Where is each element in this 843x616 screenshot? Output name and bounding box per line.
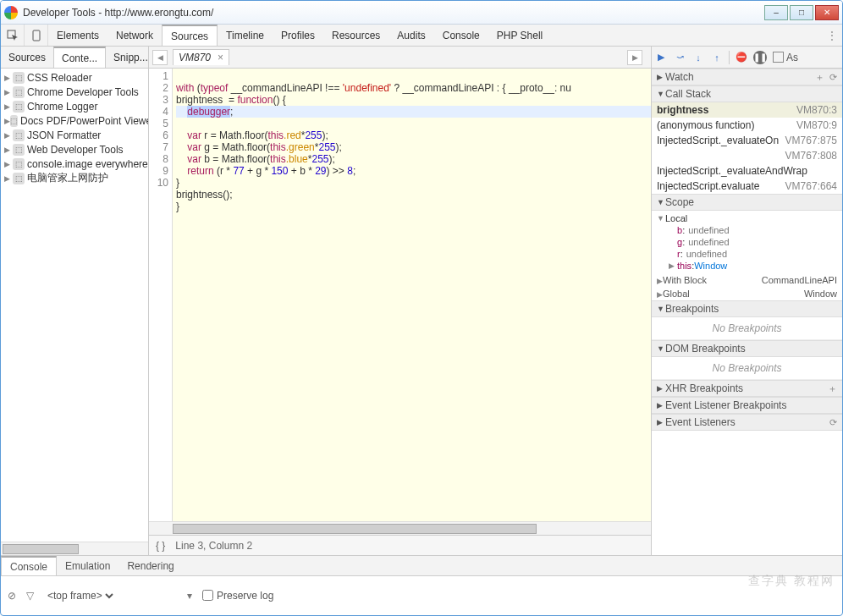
extension-icon: ⬚	[13, 101, 25, 113]
navigator-tab-0[interactable]: Sources	[1, 47, 53, 68]
toolbar-tab-resources[interactable]: Resources	[323, 25, 388, 46]
nav-forward-button[interactable]: ▶	[627, 50, 642, 65]
stack-frame[interactable]: InjectedScript._evaluateAndWrap	[652, 163, 842, 179]
inspect-icon[interactable]	[1, 25, 25, 46]
clear-console-icon[interactable]: ⊘	[8, 590, 16, 602]
async-label: As	[786, 52, 798, 63]
window-title: Developer Tools - http://www.erongtu.com…	[23, 7, 763, 19]
frame-name: InjectedScript._evaluateAndWrap	[657, 165, 807, 177]
pause-exceptions-button[interactable]: ❚❚	[753, 51, 767, 64]
deactivate-breakpoints-button[interactable]: ⛔	[732, 49, 751, 66]
file-tab[interactable]: VM870 ×	[173, 49, 229, 65]
scope-variable: r: undefined	[677, 248, 842, 260]
drawer-tabs: ConsoleEmulationRendering	[1, 556, 842, 576]
extension-label: Chrome Developer Tools	[27, 86, 139, 98]
window-maximize-button[interactable]: □	[790, 5, 813, 20]
scope-local: ▼Local b: undefinedg: undefinedr: undefi…	[652, 211, 842, 273]
step-out-button[interactable]: ↑	[708, 49, 726, 66]
frame-location: VM767:808	[785, 150, 837, 162]
navigator-scrollbar[interactable]	[1, 542, 148, 555]
add-xhr-icon: ＋	[828, 382, 837, 395]
scope-header[interactable]: ▼Scope	[652, 194, 842, 211]
toolbar-tab-sources[interactable]: Sources	[162, 25, 218, 46]
navigator-tab-1[interactable]: Conte...	[53, 47, 106, 68]
extension-item[interactable]: ▶⬚Web Developer Tools	[1, 142, 148, 157]
step-over-button[interactable]: ⤻	[670, 49, 689, 66]
extensions-tree: ▶⬚CSS Reloader▶⬚Chrome Developer Tools▶⬚…	[1, 69, 148, 542]
devtools-toolbar: ElementsNetworkSourcesTimelineProfilesRe…	[1, 25, 842, 47]
editor-scrollbar[interactable]	[149, 521, 651, 535]
preserve-log-checkbox[interactable]	[202, 590, 213, 601]
code-content: with (typeof __commandLineAPI !== 'undef…	[173, 69, 651, 521]
frame-location: VM767:875	[785, 135, 837, 146]
window-titlebar: Developer Tools - http://www.erongtu.com…	[1, 1, 842, 25]
navigator-tab-2[interactable]: Snipp...	[106, 47, 156, 68]
frame-location: VM870:3	[796, 104, 837, 116]
close-icon[interactable]: ×	[218, 52, 223, 63]
scope-with-block[interactable]: ▶With BlockCommandLineAPI	[652, 273, 842, 287]
async-checkbox[interactable]	[773, 52, 784, 63]
toolbar-tab-audits[interactable]: Audits	[388, 25, 433, 46]
extension-label: console.image everywhere	[27, 158, 148, 170]
drawer-tab-emulation[interactable]: Emulation	[57, 556, 118, 575]
event-listeners-header[interactable]: ▶Event Listeners⟳	[652, 414, 842, 431]
xhr-breakpoints-header[interactable]: ▶XHR Breakpoints＋	[652, 380, 842, 397]
dropdown-icon[interactable]: ▾	[187, 590, 192, 602]
extension-item[interactable]: ▶⬚Docs PDF/PowerPoint Viewer	[1, 113, 148, 128]
extension-item[interactable]: ▶⬚console.image everywhere	[1, 157, 148, 171]
stack-frame[interactable]: brightnessVM870:3	[652, 102, 842, 118]
window-minimize-button[interactable]: –	[764, 5, 788, 20]
toolbar-tab-php shell[interactable]: PHP Shell	[488, 25, 551, 46]
extension-icon: ⬚	[13, 86, 25, 98]
drawer-tab-rendering[interactable]: Rendering	[118, 556, 182, 575]
line-gutter: 12345678910	[149, 69, 173, 521]
cursor-position: Line 3, Column 2	[175, 540, 252, 552]
extension-icon: ⬚	[13, 72, 25, 84]
filter-icon[interactable]: ▽	[26, 590, 34, 602]
pretty-print-icon[interactable]: { }	[156, 540, 165, 552]
extension-item[interactable]: ▶⬚Chrome Developer Tools	[1, 85, 148, 99]
extension-item[interactable]: ▶⬚电脑管家上网防护	[1, 171, 148, 185]
stack-frame[interactable]: InjectedScript._evaluateOnVM767:875	[652, 133, 842, 148]
scope-global[interactable]: ▶GlobalWindow	[652, 287, 842, 300]
navigator-panel: SourcesConte...Snipp... ▶⬚CSS Reloader▶⬚…	[1, 47, 149, 555]
frame-name: InjectedScript.evaluate	[657, 180, 759, 192]
svg-rect-1	[33, 30, 40, 41]
drawer-panel: ConsoleEmulationRendering ⊘ ▽ <top frame…	[1, 555, 842, 614]
resume-button[interactable]: ▶	[652, 49, 670, 66]
extension-item[interactable]: ▶⬚Chrome Logger	[1, 99, 148, 113]
toolbar-tab-profiles[interactable]: Profiles	[273, 25, 323, 46]
toolbar-tab-timeline[interactable]: Timeline	[218, 25, 273, 46]
stack-frame[interactable]: InjectedScript.evaluateVM767:664	[652, 179, 842, 194]
device-mode-icon[interactable]	[25, 25, 48, 46]
drawer-tab-console[interactable]: Console	[1, 556, 57, 575]
stack-frame[interactable]: VM767:808	[652, 148, 842, 163]
nav-back-button[interactable]: ◀	[152, 50, 168, 65]
extension-label: Chrome Logger	[27, 101, 97, 113]
toolbar-tab-network[interactable]: Network	[107, 25, 162, 46]
extension-item[interactable]: ▶⬚JSON Formatter	[1, 128, 148, 142]
editor-panel: ◀ VM870 × ▶ 12345678910 with (typeof __c…	[149, 47, 652, 555]
more-menu-icon[interactable]: ⋮	[822, 25, 842, 46]
breakpoints-header[interactable]: ▼Breakpoints	[652, 300, 842, 317]
dom-breakpoints-header[interactable]: ▼DOM Breakpoints	[652, 340, 842, 357]
callstack-header[interactable]: ▼Call Stack	[652, 85, 842, 102]
navigator-tabs: SourcesConte...Snipp...	[1, 47, 148, 69]
no-dom-breakpoints: No Breakpoints	[652, 357, 842, 380]
window-close-button[interactable]: ✕	[815, 5, 839, 20]
toolbar-tab-elements[interactable]: Elements	[48, 25, 107, 46]
stack-frame[interactable]: (anonymous function)VM870:9	[652, 118, 842, 133]
frame-name: brightness	[657, 104, 708, 116]
watch-header[interactable]: ▶Watch＋⟳	[652, 69, 842, 85]
code-editor[interactable]: 12345678910 with (typeof __commandLineAP…	[149, 69, 651, 521]
chrome-icon	[4, 6, 18, 19]
extension-item[interactable]: ▶⬚CSS Reloader	[1, 70, 148, 85]
step-into-button[interactable]: ↓	[689, 49, 708, 66]
frame-name: InjectedScript._evaluateOn	[657, 135, 779, 146]
event-listener-breakpoints-header[interactable]: ▶Event Listener Breakpoints	[652, 397, 842, 414]
frame-name: (anonymous function)	[657, 119, 754, 131]
extension-label: JSON Formatter	[27, 129, 101, 141]
frame-select[interactable]: <top frame>	[44, 589, 116, 602]
extension-label: Web Developer Tools	[27, 144, 124, 156]
toolbar-tab-console[interactable]: Console	[434, 25, 488, 46]
